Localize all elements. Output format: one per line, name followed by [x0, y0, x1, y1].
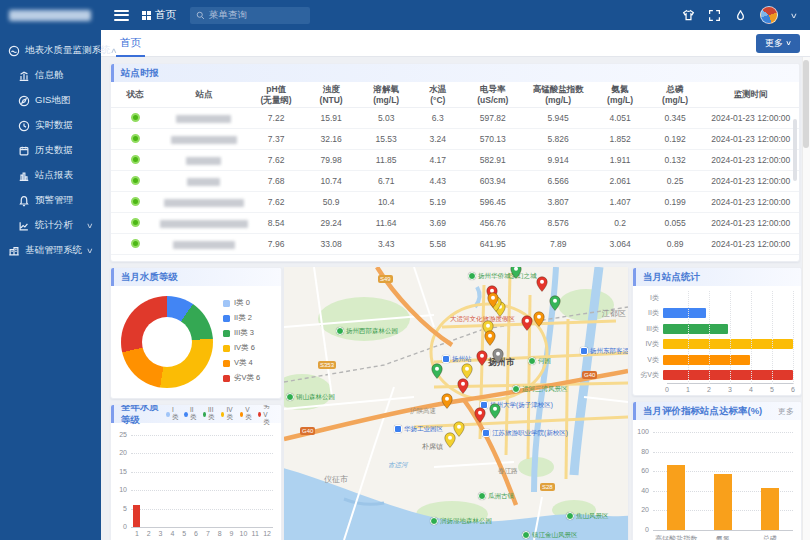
hbar-bar-II类: [663, 308, 706, 318]
map-pin-red[interactable]: [474, 407, 486, 423]
legend-item[interactable]: II类: [184, 404, 198, 427]
sidebar-item-alert-management[interactable]: 预警管理: [0, 188, 101, 213]
map-pin-orange[interactable]: [441, 393, 453, 409]
map-pin-red[interactable]: [521, 315, 533, 331]
sidebar-item-info-cabin[interactable]: 信息舱: [0, 63, 101, 88]
table-row[interactable]: 7.6250.910.45.19596.453.8071.4070.199202…: [111, 192, 799, 213]
park-poi-icon: [522, 531, 530, 539]
message-flame-icon[interactable]: [734, 9, 747, 22]
logo-blurred: [9, 10, 91, 21]
hamburger-menu-icon[interactable]: [114, 10, 129, 21]
cell-tp: 0.89: [648, 234, 703, 255]
year-grade-legend: I类II类III类IV类V类劣V类: [166, 404, 274, 427]
compliance-more-link[interactable]: 更多: [778, 406, 794, 417]
legend-item[interactable]: 劣V类 6: [223, 373, 260, 383]
sidebar-item-station-report[interactable]: 站点报表: [0, 163, 101, 188]
cell-time: 2024-01-23 12:00:00: [703, 192, 799, 213]
map-pin-green[interactable]: [549, 295, 561, 311]
legend-item[interactable]: V类 4: [223, 358, 260, 368]
gis-map-panel[interactable]: 扬州市江都区仪征市沪陕高速春江路古运河扬州西部森林公园铜山森林公园运河三湾风景区…: [284, 267, 628, 540]
tab-home[interactable]: 首页: [116, 30, 145, 57]
map-pin-red[interactable]: [457, 378, 469, 394]
cell-temp: 4.43: [414, 171, 462, 192]
legend-item[interactable]: I类 0: [223, 298, 260, 308]
legend-item[interactable]: IV类: [221, 404, 235, 427]
legend-item[interactable]: I类: [166, 404, 180, 427]
legend-item[interactable]: II类 2: [223, 313, 260, 323]
donut-legend: I类 0II类 2III类 3IV类 6V类 4劣V类 6: [223, 298, 260, 388]
map-label-poi-blue: 扬州站: [442, 355, 472, 363]
legend-item[interactable]: 劣V类: [258, 404, 274, 427]
map-label-park: 铜山森林公园: [286, 393, 335, 401]
table-row[interactable]: 7.6279.9811.854.17582.919.9141.9110.1322…: [111, 150, 799, 171]
breadcrumb[interactable]: 首页: [142, 8, 176, 22]
cell-status: [111, 171, 159, 192]
table-row[interactable]: 7.9633.083.435.58641.957.893.0640.892024…: [111, 234, 799, 255]
map-label-water: 古运河: [388, 461, 408, 468]
cell-station: [159, 150, 248, 171]
sidebar-item-history-data[interactable]: 历史数据: [0, 138, 101, 163]
user-avatar[interactable]: [760, 6, 778, 24]
menu-search-input[interactable]: 菜单查询: [190, 7, 310, 24]
theme-skin-icon[interactable]: [682, 9, 695, 22]
map-pin-red[interactable]: [476, 350, 488, 366]
table-row[interactable]: 7.2215.915.036.3597.825.9454.0510.345202…: [111, 108, 799, 129]
chevron-down-icon: ∨: [86, 221, 94, 229]
panel-month-grade: 当月水质等级 I类 0II类 2III类 3IV类 6V类 4劣V类 6: [110, 267, 282, 399]
more-button[interactable]: 更多 ∨: [756, 34, 800, 53]
map-pin-red[interactable]: [536, 276, 548, 292]
legend-item[interactable]: V类: [240, 404, 254, 427]
panel-title-year-grade: 全年水质等级: [121, 404, 166, 427]
sidebar-item-gis-map[interactable]: GIS地图: [0, 88, 101, 113]
map-label-park: 焦山风景区: [566, 512, 609, 520]
cell-temp: 4.17: [414, 150, 462, 171]
cell-tp: 0.345: [648, 108, 703, 129]
map-label-poi-blue: 江苏旅游职业学院(新校区): [482, 429, 568, 437]
map-label-district: 江都区: [602, 309, 626, 318]
map-pin-green[interactable]: [510, 267, 522, 279]
fullscreen-icon[interactable]: [708, 9, 721, 22]
cell-do: 5.03: [359, 108, 414, 129]
compliance-bar-总磷: [761, 488, 779, 530]
map-pin-yellow[interactable]: [461, 363, 473, 379]
table-scrollbar[interactable]: [793, 119, 797, 181]
hbar-bar-IV类: [663, 339, 793, 349]
column-header-turbidity: 浊度(NTU): [304, 82, 359, 108]
sidebar-section-base-management-system[interactable]: 基础管理系统∨: [0, 238, 101, 263]
cell-temp: 3.69: [414, 213, 462, 234]
sidebar-item-realtime-data[interactable]: 实时数据: [0, 113, 101, 138]
cell-time: 2024-01-23 12:00:00: [703, 108, 799, 129]
map-pin-yellow[interactable]: [453, 421, 465, 437]
compliance-category-label: 氨氮: [700, 534, 747, 540]
panel-title-station-stats: 当月站点统计: [643, 271, 700, 284]
map-pin-orange[interactable]: [533, 311, 545, 327]
table-row[interactable]: 7.3732.1615.533.24570.135.8261.8520.1922…: [111, 129, 799, 150]
cell-codmn: 5.826: [524, 129, 593, 150]
table-row[interactable]: 7.6810.746.714.43603.946.5662.0610.25202…: [111, 171, 799, 192]
legend-label: I类 0: [234, 298, 250, 308]
hbar-label: 劣V类: [637, 370, 663, 380]
legend-item[interactable]: III类: [203, 404, 217, 427]
user-caret-down-icon[interactable]: ∨: [790, 11, 798, 19]
window-scrollbar[interactable]: [802, 57, 810, 540]
map-pin-orange[interactable]: [484, 330, 496, 346]
map-label-poi-blue: 扬州东部客运枢纽交通中心: [580, 347, 628, 355]
table-row[interactable]: 8.5429.2411.643.69456.768.5760.20.055202…: [111, 213, 799, 234]
cell-temp: 5.19: [414, 192, 462, 213]
hbar-row: II类: [637, 306, 793, 322]
scrollbar-thumb[interactable]: [803, 60, 809, 148]
map-pin-orange[interactable]: [487, 292, 499, 308]
compliance-bar-chart: 020406080100高锰酸盐指数氨氮总磷: [653, 432, 793, 530]
cell-conductivity: 641.95: [462, 234, 524, 255]
cell-time: 2024-01-23 12:00:00: [703, 150, 799, 171]
map-pin-green[interactable]: [489, 403, 501, 419]
road-number-badge: S49: [378, 275, 393, 283]
sidebar-item-label: GIS地图: [35, 94, 70, 107]
legend-item[interactable]: IV类 6: [223, 343, 260, 353]
map-pin-gray[interactable]: [492, 348, 504, 364]
sidebar-section-surface-water-system[interactable]: 地表水质量监测系统∧: [0, 38, 101, 63]
cell-do: 3.43: [359, 234, 414, 255]
sidebar-item-stats-analysis[interactable]: 统计分析∨: [0, 213, 101, 238]
legend-item[interactable]: III类 3: [223, 328, 260, 338]
map-pin-green[interactable]: [431, 363, 443, 379]
